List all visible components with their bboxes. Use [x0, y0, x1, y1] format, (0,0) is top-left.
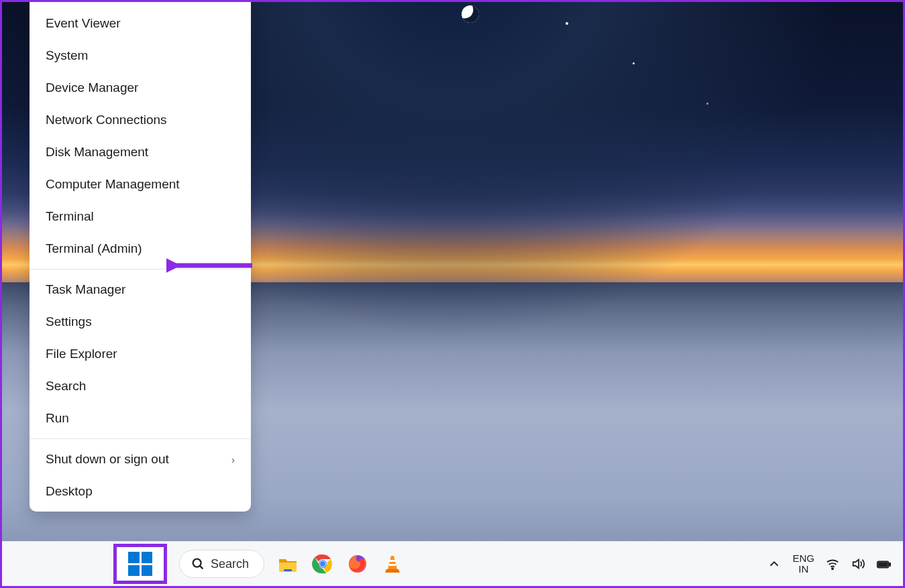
star-shape — [633, 62, 635, 64]
menu-item-desktop[interactable]: Desktop — [30, 475, 251, 508]
menu-item-task-manager[interactable]: Task Manager — [30, 274, 251, 306]
menu-item-run[interactable]: Run — [30, 402, 251, 434]
start-button[interactable] — [128, 552, 152, 576]
tray-language-button[interactable]: ENG IN — [792, 553, 814, 575]
taskbar-search-button[interactable]: Search — [179, 550, 264, 578]
svg-rect-10 — [389, 564, 396, 566]
menu-item-settings[interactable]: Settings — [30, 306, 251, 338]
svg-line-2 — [200, 566, 203, 569]
menu-item-label: Settings — [46, 314, 92, 329]
menu-item-label: System — [46, 48, 88, 63]
menu-item-terminal-admin[interactable]: Terminal (Admin) — [30, 233, 251, 265]
menu-item-system[interactable]: System — [30, 40, 251, 72]
menu-item-label: Disk Management — [46, 145, 148, 160]
svg-rect-13 — [879, 563, 888, 567]
menu-item-terminal[interactable]: Terminal — [30, 200, 251, 233]
lang-top: ENG — [792, 553, 814, 565]
menu-item-label: Terminal (Admin) — [46, 241, 142, 256]
svg-point-11 — [832, 568, 833, 569]
search-label: Search — [211, 557, 249, 571]
taskbar-app-firefox[interactable] — [346, 552, 369, 575]
menu-item-device-manager[interactable]: Device Manager — [30, 72, 251, 104]
winx-context-menu: Event ViewerSystemDevice ManagerNetwork … — [30, 2, 251, 512]
svg-rect-9 — [388, 560, 396, 562]
start-button-highlight — [113, 544, 167, 584]
menu-item-event-viewer[interactable]: Event Viewer — [30, 7, 251, 40]
svg-rect-14 — [889, 563, 890, 566]
menu-item-label: Terminal — [46, 209, 94, 224]
taskbar-app-file-explorer[interactable] — [276, 552, 299, 575]
chevron-right-icon: › — [231, 454, 235, 465]
search-icon — [191, 556, 205, 571]
menu-item-label: Device Manager — [46, 80, 138, 95]
menu-item-computer-management[interactable]: Computer Management — [30, 168, 251, 200]
volume-icon[interactable] — [851, 556, 865, 571]
menu-item-label: Task Manager — [46, 282, 125, 297]
menu-item-label: Search — [46, 379, 86, 394]
taskbar-app-chrome[interactable] — [311, 552, 334, 575]
tray-chevron-up-icon[interactable] — [767, 556, 782, 571]
menu-item-label: File Explorer — [46, 347, 117, 361]
wifi-icon[interactable] — [825, 556, 840, 571]
menu-item-label: Event Viewer — [46, 16, 121, 31]
menu-item-label: Run — [46, 411, 69, 426]
menu-item-search[interactable]: Search — [30, 370, 251, 402]
menu-item-disk-management[interactable]: Disk Management — [30, 136, 251, 168]
taskbar-app-vlc[interactable] — [381, 552, 404, 575]
menu-item-label: Computer Management — [46, 177, 180, 192]
menu-item-label: Desktop — [46, 484, 93, 499]
lang-bottom: IN — [792, 564, 814, 575]
menu-item-label: Shut down or sign out — [46, 452, 169, 467]
menu-item-shut-down[interactable]: Shut down or sign out› — [30, 443, 251, 475]
menu-item-file-explorer[interactable]: File Explorer — [30, 338, 251, 370]
svg-rect-3 — [284, 569, 292, 571]
menu-separator — [30, 438, 251, 439]
star-shape — [706, 103, 708, 105]
star-shape — [566, 22, 568, 25]
svg-point-1 — [193, 559, 201, 567]
battery-icon[interactable] — [876, 556, 891, 571]
svg-point-7 — [320, 561, 325, 567]
menu-item-network-connections[interactable]: Network Connections — [30, 104, 251, 136]
taskbar: Search ENG IN — [2, 541, 903, 586]
moon-shape — [460, 3, 481, 25]
menu-item-label: Network Connections — [46, 113, 167, 127]
menu-separator — [30, 269, 251, 270]
